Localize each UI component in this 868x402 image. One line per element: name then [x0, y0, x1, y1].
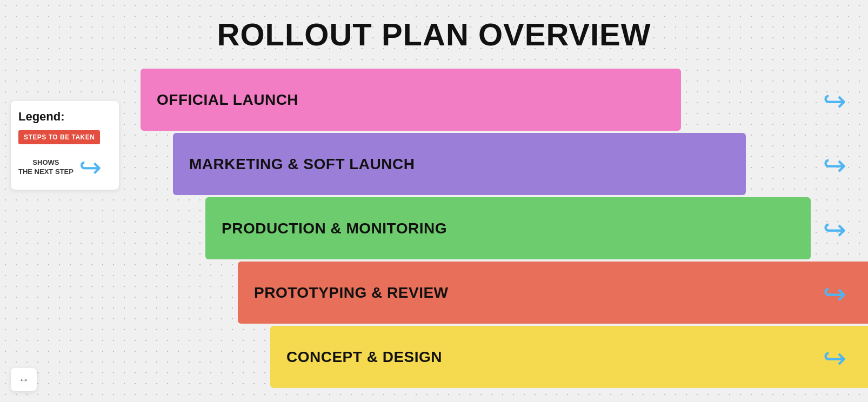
step-row-2: MARKETING & SOFT LAUNCH — [141, 133, 868, 197]
side-arrow-5: ↩ — [823, 326, 846, 390]
arrows-column: ↩ ↩ ↩ ↩ ↩ — [823, 69, 846, 390]
step-row-3: PRODUCTION & MONITORING — [141, 197, 868, 262]
step-label-2: MARKETING & SOFT LAUNCH — [189, 156, 415, 173]
resize-icon: ↔ — [18, 373, 29, 385]
bottom-panel: ↔ — [11, 368, 37, 391]
step-row-4: PROTOTYPING & REVIEW — [141, 262, 868, 326]
step-bar-1: OFFICIAL LAUNCH — [141, 69, 681, 131]
step-label-4: PROTOTYPING & REVIEW — [254, 284, 449, 302]
step-row-5: CONCEPT & DESIGN — [141, 326, 868, 390]
side-arrow-1: ↩ — [823, 69, 846, 133]
steps-container: OFFICIAL LAUNCH MARKETING & SOFT LAUNCH … — [141, 69, 868, 390]
side-arrow-4: ↩ — [823, 262, 846, 326]
step-bar-3: PRODUCTION & MONITORING — [205, 197, 811, 259]
step-label-1: OFFICIAL LAUNCH — [157, 91, 298, 109]
step-row-1: OFFICIAL LAUNCH — [141, 69, 868, 133]
legend-panel: Legend: STEPS TO BE TAKEN SHOWS THE NEXT… — [11, 101, 119, 190]
step-bar-4: PROTOTYPING & REVIEW — [238, 262, 868, 324]
step-label-5: CONCEPT & DESIGN — [286, 349, 442, 366]
legend-arrow-icon: ↩ — [79, 154, 102, 181]
step-bar-2: MARKETING & SOFT LAUNCH — [173, 133, 746, 195]
legend-title: Legend: — [18, 110, 111, 124]
legend-arrow-text: SHOWS THE NEXT STEP — [18, 158, 74, 177]
legend-badge: STEPS TO BE TAKEN — [18, 130, 100, 144]
side-arrow-2: ↩ — [823, 133, 846, 197]
step-label-3: PRODUCTION & MONITORING — [222, 220, 447, 237]
step-bar-5: CONCEPT & DESIGN — [270, 326, 868, 388]
page-title: ROLLOUT PLAN OVERVIEW — [217, 16, 651, 52]
side-arrow-3: ↩ — [823, 197, 846, 262]
main-container: ROLLOUT PLAN OVERVIEW Legend: STEPS TO B… — [0, 0, 868, 390]
content-area: Legend: STEPS TO BE TAKEN SHOWS THE NEXT… — [0, 69, 868, 390]
legend-arrow-section: SHOWS THE NEXT STEP ↩ — [18, 154, 111, 181]
